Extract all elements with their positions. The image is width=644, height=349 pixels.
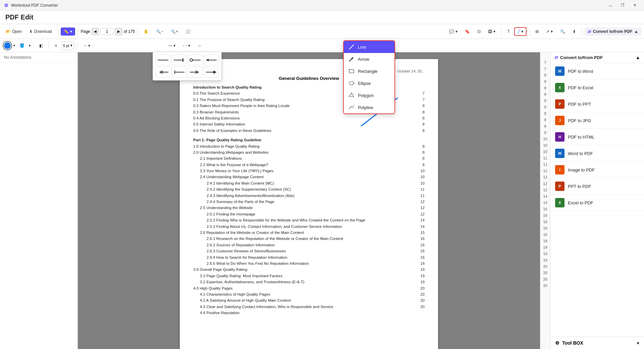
search-doc-button[interactable]: 🔍 [557,28,568,36]
comment-button[interactable]: 💬 ▾ [446,28,461,36]
title-bar: ⚙ Workintool PDF Converter — ❐ ✕ [0,0,644,11]
pen-dropdown-arrow: ▾ [70,29,72,34]
line-style-arrow-open[interactable] [188,67,203,78]
convert-list-item[interactable]: WWord to PDF [550,145,644,162]
line-style-plain[interactable] [156,55,170,65]
open-button[interactable]: 📂 Open [3,28,25,36]
convert-button[interactable]: ⇄ Convert to/from PDF ▲ [585,28,641,36]
shape-item-rectangle[interactable]: Rectangle [344,65,394,77]
shape-label-arrow: Arrow [358,57,369,62]
line-style-tee-left[interactable] [172,67,186,78]
stroke-style-button[interactable]: — ▾ [165,42,178,50]
convert-item-label: PDF to Word [568,69,593,74]
toolbox-expand-icon[interactable]: ▾ [637,341,639,346]
line-tool-icon: ╱ [518,29,520,34]
restore-button[interactable]: ❐ [617,2,628,9]
paint-bucket-button[interactable]: 🪣 [16,42,28,50]
app-title-bar: ⚙ Workintool PDF Converter [4,3,58,8]
stroke-align-icon: ≡ [55,43,57,48]
main-content: No Annotations October 14, 20... General… [0,52,644,349]
connector-button[interactable]: ↔ [195,42,205,50]
page-number: 11 [540,155,550,161]
page-number: 8 [540,104,550,110]
line-style-arrow-back[interactable] [156,67,170,78]
table-row: 2.6.5 What to Do When You Find No Reputa… [193,260,425,266]
convert-list-item[interactable]: IImage to PDF [550,162,644,178]
page-label: Page [81,29,90,34]
convert-list-item[interactable]: JPDF to JPG [550,112,644,129]
pen-tool-button[interactable]: ✏️ ▾ [61,28,75,36]
convert-collapse-icon[interactable]: ▲ [636,55,640,60]
share-dropdown: ▾ [551,29,553,34]
zoom-out-button[interactable]: 🔍− [153,28,166,36]
opacity-icon: ◧ [39,43,43,48]
page-title: PDF Edit [5,13,33,21]
page-number: 12 [540,167,550,174]
shape-item-ellipse[interactable]: Ellipse [344,77,394,89]
convert-item-icon: P [555,99,565,109]
toolbox-header[interactable]: ⚙ Tool BOX ▾ [550,337,644,349]
convert-item-icon: W [555,149,565,158]
select-area-button[interactable]: ⊡ [474,28,484,36]
paint-dropdown[interactable]: ▾ [29,44,31,47]
convert-list-item[interactable]: PPPT to PDF [550,178,644,195]
page-number: 8 [540,78,550,85]
fill-color-button[interactable] [3,41,12,50]
shape-item-polygon[interactable]: Polygon [344,89,394,101]
opacity-button[interactable]: ◧ [36,42,46,50]
line-style-circle-left[interactable] [188,55,203,65]
download-button[interactable]: ⬇ Download [26,28,55,36]
app-container: PDF Edit 📂 Open ⬇ Download ✏️ ▾ Page ◀ ▶… [0,11,644,349]
close-button[interactable]: ✕ [629,2,640,9]
pdf-area[interactable]: October 14, 20... General Guidelines Ove… [78,52,540,349]
page-number: 8 [540,85,550,91]
convert-list-item[interactable]: XPDF to Excel [550,80,644,96]
page-number: 12 [540,174,550,180]
table-row: 2.2 What is the Purpose of a Webpage?8 [193,162,425,168]
fill-color-dropdown[interactable]: ▾ [13,44,15,47]
arrow-style-button[interactable]: → ▾ [80,42,93,50]
page-numbers-column: 7788888888881010101111121212121414151616… [540,52,550,349]
convert-list-item[interactable]: HPDF to HTML [550,129,644,145]
stamp-button[interactable]: 🔖 [462,28,473,36]
toolbar-separator-6 [582,28,582,36]
convert-list-item[interactable]: WPDF to Word [550,63,644,80]
stroke-align-button[interactable]: ≡ [52,42,60,50]
fill-color-swatch [4,42,11,49]
shape-item-line[interactable]: Line [344,41,394,53]
save-download-button[interactable]: ⬇ [570,28,579,36]
zoom-in-button[interactable]: 🔍+ [168,28,181,36]
share-button[interactable]: ↗ ▾ [543,28,556,36]
minimize-button[interactable]: — [605,2,616,9]
shape-dropdown-arrow: ▾ [521,29,523,34]
pan-tool-button[interactable]: ✋ [141,28,152,36]
page-next-button[interactable]: ▶ [115,28,122,35]
table-row: 2.4 Understanding Webpage Content10 [193,174,425,180]
shape-item-arrow[interactable]: Arrow [344,53,394,65]
text-button[interactable]: T [504,28,513,36]
image-dropdown: ▾ [493,29,495,34]
convert-item-label: PPT to PDF [568,184,591,189]
page-number: 7 [540,65,550,72]
page-number-input[interactable] [100,28,114,35]
page-number: 8 [540,91,550,97]
shape-tool-button[interactable]: ╱ ▾ [514,27,527,36]
line-style-arrow-left[interactable] [204,55,219,65]
fit-page-button[interactable]: ⬜ [182,28,194,36]
line-style-arrow-right-bar[interactable] [172,55,186,65]
dash-style-button[interactable]: - - ▾ [180,42,193,50]
convert-list-item[interactable]: XExcel to PDF [550,195,644,211]
left-panel: No Annotations [0,52,78,349]
convert-list-item[interactable]: PPDF to PPT [550,96,644,112]
table-row: 0.6 The Role of Examples in these Guidel… [193,128,425,134]
open-icon: 📂 [6,29,11,34]
line-icon [348,44,355,50]
merge-button[interactable]: ⊞ [532,28,542,36]
image-insert-button[interactable]: 🖼 ▾ [485,28,498,36]
stroke-size-selector[interactable]: 5 pt ▾ [61,41,74,50]
pdf-toc: Introduction to Search Quality Rating0.0… [193,84,425,316]
line-style-arrow-fill[interactable] [204,67,219,78]
shape-item-polyline[interactable]: Polyline [344,101,394,113]
convert-panel-header[interactable]: ⇄ Convert to/from PDF ▲ [550,52,644,63]
page-prev-button[interactable]: ◀ [92,28,99,35]
